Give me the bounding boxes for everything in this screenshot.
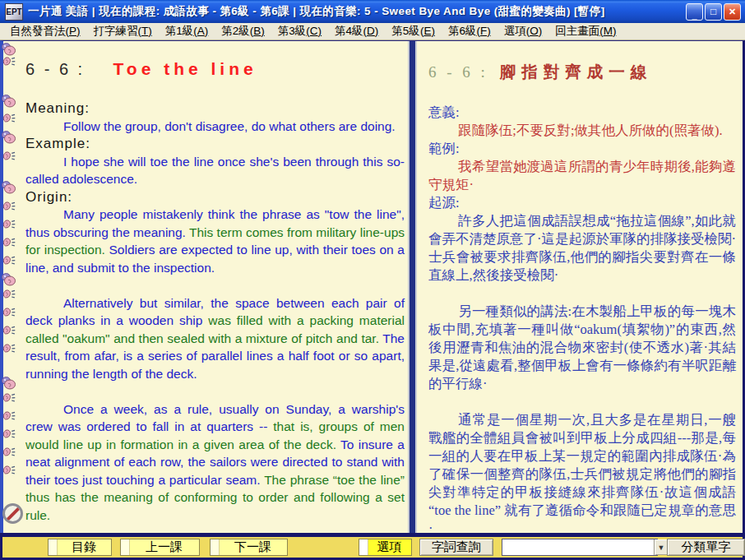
menu-level-3[interactable]: 第3級C	[271, 23, 328, 40]
pronounce-line-icon[interactable]	[2, 201, 16, 214]
origin-paragraph-chinese: 許多人把這個成語誤想成“拖拉這個線”,如此就會弄不清楚原意了·這是起源於軍隊的排…	[428, 212, 736, 285]
example-text-chinese: 我希望當她渡過這所謂的青少年時期後,能夠遵守規矩·	[428, 158, 736, 194]
pronounce-line-icon[interactable]	[2, 255, 16, 268]
meaning-label-chinese: 意義:	[428, 104, 736, 122]
origin-paragraph: Once a week, as a rule, usually on Sunda…	[25, 400, 405, 525]
menu-level-6[interactable]: 第6級F	[442, 23, 497, 40]
prev-lesson-button[interactable]: 上一課	[120, 539, 200, 556]
lesson-title-chinese: 腳指對齊成一線	[500, 63, 653, 81]
title-bar: EPT 一片通 美語 | 現在的課程: 成語故事 - 第6級 - 第6課 | 現…	[0, 0, 745, 23]
button-cap	[359, 539, 368, 555]
word-search-combobox: ▼	[502, 539, 658, 556]
pronounce-line-icon[interactable]	[2, 392, 16, 405]
lesson-number: 6 - 6 :	[25, 60, 85, 78]
origin-label-chinese: 起源:	[428, 194, 736, 212]
pronounce-paragraph-icon[interactable]	[2, 95, 16, 108]
pronounce-line-icon[interactable]	[2, 56, 16, 69]
button-cap	[49, 539, 58, 555]
meaning-text: Follow the group, don't disagree, do wha…	[25, 118, 405, 136]
origin-paragraph-chinese: 通常是一個星期一次,且大多是在星期日,一艘戰艦的全體組員會被叫到甲板上分成四組-…	[428, 411, 736, 533]
toc-button[interactable]: 目錄	[48, 539, 112, 556]
origin-paragraph: Many people mistakenly think the phrase …	[25, 206, 405, 276]
stop-reading-icon[interactable]	[2, 503, 23, 524]
pronounce-line-icon[interactable]	[2, 410, 16, 423]
pronounce-line-icon[interactable]	[2, 325, 16, 338]
categorized-words-button[interactable]: 分類單字	[667, 539, 745, 556]
menu-level-2[interactable]: 第2級B	[215, 23, 271, 40]
example-label: Example:	[25, 135, 405, 153]
menu-options[interactable]: 選項O	[497, 23, 549, 40]
button-cap	[211, 539, 220, 555]
menu-level-4[interactable]: 第4級D	[328, 23, 385, 40]
pronounce-line-icon[interactable]	[2, 447, 16, 460]
pronounce-line-icon[interactable]	[2, 113, 16, 126]
pronounce-paragraph-icon[interactable]	[2, 273, 16, 286]
button-cap	[121, 539, 130, 555]
pronounce-paragraph-icon[interactable]	[2, 43, 16, 56]
app-window: EPT 一片通 美語 | 現在的課程: 成語故事 - 第6級 - 第6課 | 現…	[0, 0, 745, 560]
word-lookup-button[interactable]: 字詞查詢	[419, 539, 493, 556]
pronounce-line-icon[interactable]	[2, 150, 16, 164]
word-search-input[interactable]	[502, 539, 654, 555]
example-label-chinese: 範例:	[428, 140, 736, 158]
pronounce-paragraph-icon[interactable]	[2, 377, 16, 390]
pronounce-paragraph-icon[interactable]	[2, 181, 16, 194]
pronounce-line-icon[interactable]	[2, 465, 16, 478]
pronounce-paragraph-icon[interactable]	[2, 131, 16, 144]
menu-level-1[interactable]: 第1級A	[159, 23, 215, 40]
english-lesson-header: 6 - 6 : Toe the line	[25, 41, 405, 81]
lesson-title-english: Toe the line	[113, 59, 257, 78]
pronounce-line-icon[interactable]	[2, 289, 16, 302]
meaning-text-chinese: 跟隨隊伍;不要反對;做其他人所做的(照著做).	[428, 122, 736, 140]
origin-paragraph: Alternatively but similar, the space bet…	[25, 294, 405, 383]
next-lesson-button[interactable]: 下一課	[210, 539, 288, 556]
chinese-lesson-panel: 6 - 6 : 腳指對齊成一線 意義: 跟隨隊伍;不要反對;做其他人所做的(照著…	[417, 41, 743, 533]
menu-return-main[interactable]: 回主畫面M	[548, 23, 622, 40]
pronounce-line-icon[interactable]	[2, 428, 16, 442]
minimize-icon: _	[692, 10, 696, 20]
menu-level-5[interactable]: 第5級E	[385, 23, 442, 40]
menu-typing-practice[interactable]: 打字練習T	[87, 23, 159, 40]
lesson-number-chinese: 6 - 6 :	[428, 63, 488, 81]
close-button[interactable]: ✕	[724, 3, 741, 21]
menu-natural-phonics[interactable]: 自然發音法P	[3, 23, 87, 40]
example-text: I hope she will toe the line once she's …	[25, 153, 405, 188]
close-icon: ✕	[729, 7, 736, 17]
window-title: 一片通 美語 | 現在的課程: 成語故事 - 第6級 - 第6課 | 現在的音樂…	[28, 4, 686, 19]
options-button[interactable]: 選項	[359, 539, 412, 556]
pronounce-line-icon[interactable]	[2, 219, 16, 232]
maximize-button[interactable]: □	[705, 3, 722, 21]
bottom-toolbar: 目錄 上一課 下一課 選項 字詞查詢 ▼ 分類單字	[0, 537, 745, 558]
pronounce-line-icon[interactable]	[2, 237, 16, 250]
minimize-button[interactable]: _	[686, 3, 703, 21]
origin-paragraph-chinese: 另一種類似的講法:在木製船上甲板的每一塊木板中間,充填著一種叫做“oakum(填…	[428, 303, 736, 393]
lesson-content: 6 - 6 : Toe the line Meaning: Follow the…	[0, 40, 745, 533]
pronounce-line-icon[interactable]	[2, 307, 16, 320]
panel-divider	[408, 41, 417, 533]
menu-bar: 自然發音法P 打字練習T 第1級A 第2級B 第3級C 第4級D 第5級E 第6…	[0, 23, 745, 40]
maximize-icon: □	[710, 6, 716, 17]
app-icon[interactable]: EPT	[5, 3, 23, 21]
pronounce-line-icon[interactable]	[2, 343, 16, 356]
chinese-lesson-header: 6 - 6 : 腳指對齊成一線	[428, 41, 736, 84]
meaning-label: Meaning:	[25, 100, 405, 118]
origin-label: Origin:	[25, 188, 405, 206]
dropdown-arrow-icon[interactable]: ▼	[654, 539, 668, 555]
english-lesson-panel: 6 - 6 : Toe the line Meaning: Follow the…	[3, 41, 408, 533]
window-controls: _ □ ✕	[686, 3, 741, 21]
